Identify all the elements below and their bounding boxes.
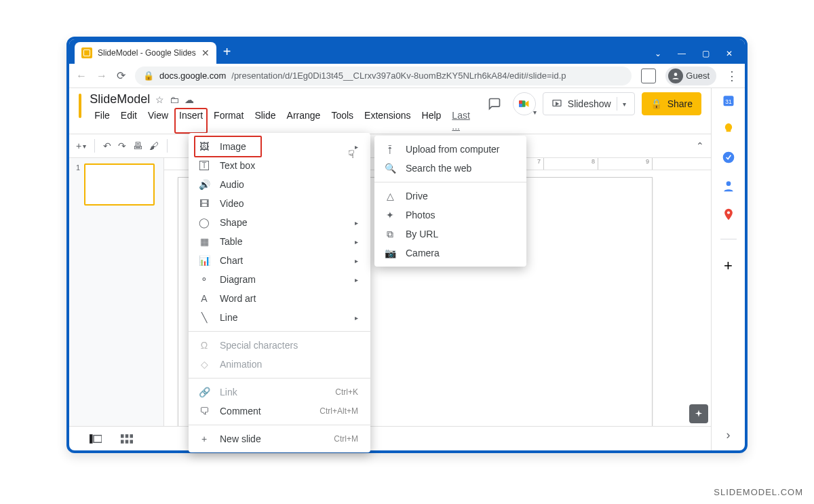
- minimize-icon[interactable]: —: [678, 49, 686, 58]
- menu-item-search-the-web[interactable]: 🔍Search the web: [374, 159, 526, 178]
- tab-title: SlideModel - Google Slides: [98, 48, 196, 58]
- menu-item-label: Camera: [406, 248, 514, 258]
- star-icon[interactable]: ☆: [155, 94, 164, 105]
- share-button[interactable]: 🔒 Share: [642, 92, 701, 115]
- menu-item-label: Image: [220, 141, 345, 152]
- svg-rect-7: [121, 434, 124, 438]
- slide-number: 1: [76, 163, 80, 206]
- menu-item-upload-from-computer[interactable]: ⭱Upload from computer: [374, 140, 526, 159]
- keep-icon[interactable]: [722, 122, 735, 136]
- shortcut-label: Ctrl+K: [335, 387, 358, 397]
- menu-insert[interactable]: Insert: [174, 108, 208, 134]
- filmstrip-view-icon[interactable]: [90, 434, 102, 444]
- menu-item-line[interactable]: ╲Line▸: [189, 308, 370, 327]
- menu-item-diagram[interactable]: ⚬Diagram▸: [189, 270, 370, 289]
- menu-extensions[interactable]: Extensions: [360, 108, 415, 134]
- undo-button[interactable]: ↶: [103, 140, 111, 151]
- move-icon[interactable]: 🗀: [170, 94, 179, 105]
- menu-item-image[interactable]: 🖼Image▸: [189, 137, 370, 156]
- svg-point-17: [726, 211, 729, 214]
- menu-help[interactable]: Help: [417, 108, 446, 134]
- doc-title[interactable]: SlideModel: [90, 92, 150, 106]
- slides-logo-icon[interactable]: [79, 94, 81, 118]
- chevron-down-icon[interactable]: ⌄: [655, 49, 661, 58]
- maximize-icon[interactable]: ▢: [702, 49, 710, 58]
- menu-format[interactable]: Format: [209, 108, 248, 134]
- menu-item-camera[interactable]: 📷Camera: [374, 244, 526, 263]
- calendar-icon[interactable]: 31: [722, 94, 735, 107]
- print-button[interactable]: 🖶: [133, 140, 142, 151]
- menu-view[interactable]: View: [143, 108, 173, 134]
- svg-rect-11: [125, 440, 129, 443]
- line-icon: ╲: [198, 312, 210, 323]
- cloud-icon[interactable]: ☁: [185, 94, 194, 105]
- menu-item-label: Line: [220, 312, 345, 323]
- diagram-icon: ⚬: [198, 274, 210, 285]
- paint-format-button[interactable]: 🖌: [149, 140, 159, 151]
- menu-item-label: Search the web: [406, 163, 514, 174]
- profile-chip[interactable]: Guest: [665, 66, 716, 85]
- photos-icon: ✦: [384, 210, 396, 220]
- menu-item-drive[interactable]: △Drive: [374, 187, 526, 206]
- back-icon[interactable]: ←: [76, 70, 87, 82]
- browser-tab[interactable]: SlideModel - Google Slides ✕: [75, 42, 216, 64]
- menu-item-by-url[interactable]: ⧉By URL: [374, 225, 526, 244]
- menu-item-chart[interactable]: 📊Chart▸: [189, 251, 370, 270]
- menu-item-text-box[interactable]: 🅃Text box: [189, 156, 370, 175]
- contacts-icon[interactable]: [722, 179, 735, 193]
- tasks-icon[interactable]: [722, 151, 735, 164]
- meet-button[interactable]: ▾: [513, 92, 536, 115]
- browser-addressbar: ← → ⟳ 🔒 docs.google.com/presentation/d/1…: [69, 64, 745, 88]
- panel-toggle-icon[interactable]: [641, 69, 656, 83]
- maps-icon[interactable]: [722, 208, 735, 221]
- add-on-button[interactable]: +: [724, 257, 733, 275]
- tab-close-icon[interactable]: ✕: [201, 47, 210, 58]
- url-input[interactable]: 🔒 docs.google.com/presentation/d/1Eg0Di1…: [135, 66, 632, 85]
- slideshow-button[interactable]: Slideshow ▾: [543, 92, 635, 115]
- menu-item-label: Comment: [220, 406, 310, 416]
- svg-rect-8: [125, 434, 129, 438]
- forward-icon[interactable]: →: [96, 70, 107, 82]
- menu-arrange[interactable]: Arrange: [282, 108, 326, 134]
- menu-item-audio[interactable]: 🔊Audio: [189, 175, 370, 194]
- svg-rect-12: [130, 440, 134, 443]
- menu-file[interactable]: File: [90, 108, 115, 134]
- menu-item-comment[interactable]: 🗨CommentCtrl+Alt+M: [189, 402, 370, 421]
- slide-thumbnail[interactable]: [84, 163, 155, 206]
- menu-separator: [189, 331, 370, 332]
- menu-item-label: By URL: [406, 229, 514, 239]
- reload-icon[interactable]: ⟳: [117, 69, 125, 82]
- menu-item-label: Diagram: [220, 274, 345, 285]
- slideshow-label: Slideshow: [568, 98, 611, 109]
- menu-item-shape[interactable]: ◯Shape▸: [189, 213, 370, 232]
- browser-menu-icon[interactable]: ⋮: [726, 69, 738, 83]
- menu-last[interactable]: Last ...: [447, 108, 474, 134]
- menu-tools[interactable]: Tools: [326, 108, 358, 134]
- close-icon[interactable]: ✕: [726, 49, 733, 58]
- table-icon: ▦: [198, 236, 210, 247]
- menu-item-word-art[interactable]: AWord art: [189, 289, 370, 308]
- shortcut-label: Ctrl+M: [334, 434, 358, 444]
- hide-panel-icon[interactable]: ›: [726, 428, 731, 442]
- menu-item-animation: ◇Animation: [189, 355, 370, 374]
- explore-button[interactable]: [689, 404, 708, 423]
- menu-item-label: Drive: [406, 191, 514, 201]
- menu-item-table[interactable]: ▦Table▸: [189, 232, 370, 251]
- link-icon: 🔗: [198, 387, 210, 398]
- profile-label: Guest: [686, 71, 710, 81]
- svg-point-0: [674, 73, 678, 76]
- collapse-toolbar-icon[interactable]: ⌃: [696, 140, 704, 151]
- grid-view-icon[interactable]: [121, 434, 133, 444]
- redo-button[interactable]: ↷: [118, 140, 126, 151]
- new-tab-button[interactable]: +: [216, 44, 238, 64]
- menu-item-photos[interactable]: ✦Photos: [374, 206, 526, 225]
- video-icon: 🎞: [198, 198, 210, 209]
- comments-icon[interactable]: [483, 92, 506, 115]
- menu-edit[interactable]: Edit: [116, 108, 142, 134]
- menu-item-label: Shape: [220, 217, 345, 228]
- new-slide-button[interactable]: + ▾: [76, 140, 86, 151]
- menu-item-video[interactable]: 🎞Video: [189, 194, 370, 213]
- menu-item-label: Link: [220, 387, 326, 398]
- menu-item-new-slide[interactable]: +New slideCtrl+M: [189, 429, 370, 448]
- menu-slide[interactable]: Slide: [250, 108, 280, 134]
